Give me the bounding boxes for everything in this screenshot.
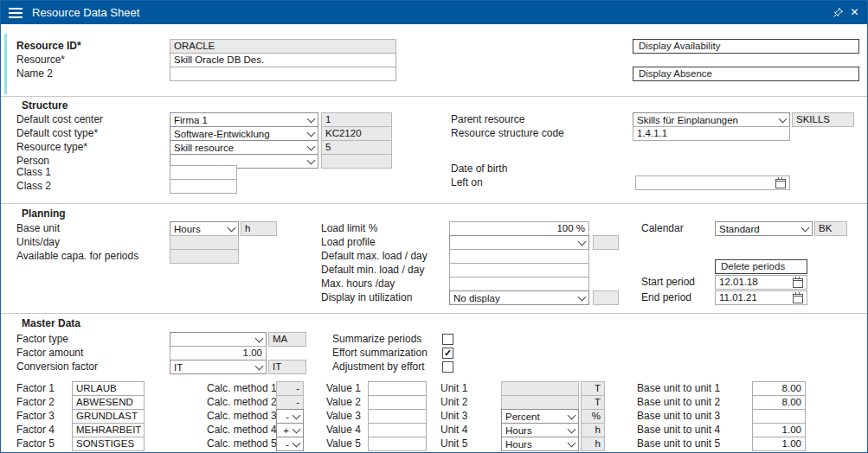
class1-label: Class 1 [16,165,51,180]
value-field[interactable] [368,409,427,424]
chevron-down-icon [293,411,301,419]
factor-name-field[interactable]: SONSTIGES [72,437,145,451]
base-unit-select[interactable]: Hours [170,221,239,236]
window-title: Resource Data Sheet [32,6,139,19]
chevron-down-icon [568,424,576,433]
base-unit-to-unit-field[interactable]: 1.00 [752,437,806,451]
load-profile-select[interactable] [449,235,589,250]
parent-resource-code-field: SKILLS [792,112,854,127]
left-on-date-field[interactable] [635,175,790,190]
unit-select[interactable]: Hours [501,423,579,437]
calc-method-label: Calc. method 4 [207,423,277,437]
base-unit-to-unit-label: Base unit to unit 5 [637,437,720,451]
resource-id-field: ORACLE [170,39,396,54]
cost-center-label: Default cost center [16,112,103,127]
parent-resource-select[interactable]: Skills für Einplanungen [633,112,790,127]
chevron-down-icon [578,292,587,301]
delete-periods-button[interactable]: Delete periods [715,259,807,274]
base-unit-code-field: h [241,221,277,236]
value-field[interactable] [368,395,427,410]
unit-value: Hours [505,425,532,436]
start-period-date-field[interactable]: 12.01.18 [715,275,807,290]
unit-field [501,395,579,410]
calc-method-value: - [286,439,289,450]
start-period-value: 12.01.18 [719,276,758,289]
load-profile-code-field [593,235,619,250]
available-capa-label: Available capa. for periods [16,249,138,264]
cost-type-select[interactable]: Software-Entwicklung [170,126,318,141]
calc-method-select[interactable]: + [276,423,304,437]
default-min-load-field[interactable] [449,263,589,278]
factor-label: Factor 1 [16,381,55,396]
display-availability-button[interactable]: Display Availability [633,39,859,54]
resource-type-label: Resource type* [16,140,87,155]
unit-code-field: % [581,409,605,424]
unit-code-field: T [581,395,605,410]
resource-data-sheet-window: Resource Data Sheet ✕ Resource ID* Resou… [0,0,868,453]
resource-structure-code-field[interactable]: 1.4.1.1 [633,126,790,141]
pin-icon[interactable] [832,6,845,19]
summarize-periods-label: Summarize periods [332,332,421,347]
default-max-load-field[interactable] [449,249,589,264]
factor-name-field[interactable]: MEHRARBEIT [72,423,145,437]
close-icon[interactable]: ✕ [848,6,861,19]
date-of-birth-label: Date of birth [451,162,507,176]
max-hours-label: Max. hours /day [321,277,395,291]
adjustment-by-effort-checkbox[interactable] [442,361,453,373]
display-absence-button[interactable]: Display Absence [633,67,859,81]
value-label: Value 5 [326,437,361,451]
calendar-select[interactable]: Standard [715,221,813,236]
calendar-icon[interactable] [793,278,803,288]
factor-name-field[interactable]: GRUNDLAST [72,409,145,424]
factor-type-select[interactable] [170,332,267,347]
base-unit-to-unit-field[interactable] [752,409,806,424]
unit-field [501,381,579,396]
chevron-down-icon [293,438,301,447]
effort-summarization-checkbox[interactable]: ✓ [442,348,453,359]
factor-amount-field[interactable]: 1.00 [170,346,267,360]
calendar-icon[interactable] [775,179,786,188]
calc-method-select[interactable]: - [276,409,304,424]
class1-field[interactable] [170,165,237,180]
load-profile-label: Load profile [321,235,376,250]
base-unit-to-unit-field[interactable]: 8.00 [752,381,806,396]
calc-method-select[interactable]: - [276,437,304,451]
menu-icon[interactable] [9,5,23,21]
load-limit-field[interactable]: 100 % [449,221,589,236]
value-field[interactable] [368,381,427,396]
default-max-load-label: Default max. load / day [321,249,428,264]
cost-center-select[interactable]: Firma 1 [170,112,318,127]
factor-type-code-field: MA [268,332,306,347]
separator [1,96,867,97]
resource-type-value: Skill resource [174,143,234,153]
factor-name-field[interactable]: URLAUB [72,381,145,396]
value-label: Value 3 [326,409,361,424]
factor-name-field[interactable]: ABWESEND [72,395,145,410]
unit-label: Unit 4 [440,423,467,437]
name2-field[interactable] [170,67,396,81]
display-utilization-select[interactable]: No display [449,290,589,305]
unit-select[interactable]: Percent [501,409,579,424]
conversion-factor-code-field: IT [268,360,306,374]
resource-type-select[interactable]: Skill resource [170,140,318,155]
base-unit-to-unit-field[interactable]: 1.00 [752,423,806,437]
end-period-label: End period [641,290,691,305]
conversion-factor-select[interactable]: IT [170,360,267,374]
base-unit-to-unit-field[interactable]: 8.00 [752,395,806,410]
resource-field[interactable]: Skill Oracle DB Des. [170,53,396,67]
unit-select[interactable]: Hours [501,437,579,451]
unit-label: Unit 2 [440,395,467,410]
value-field[interactable] [368,437,427,451]
calendar-icon[interactable] [793,294,803,303]
parent-resource-label: Parent resource [451,112,524,127]
unit-code-field: h [581,423,605,437]
max-hours-field[interactable] [449,277,589,291]
class2-field[interactable] [170,179,237,194]
end-period-date-field[interactable]: 11.01.21 [715,290,807,305]
value-label: Value 1 [326,381,361,396]
summarize-periods-checkbox[interactable] [442,334,453,345]
class2-label: Class 2 [16,179,51,194]
display-utilization-value: No display [453,293,500,303]
value-field[interactable] [368,423,427,437]
name2-label: Name 2 [16,67,53,81]
